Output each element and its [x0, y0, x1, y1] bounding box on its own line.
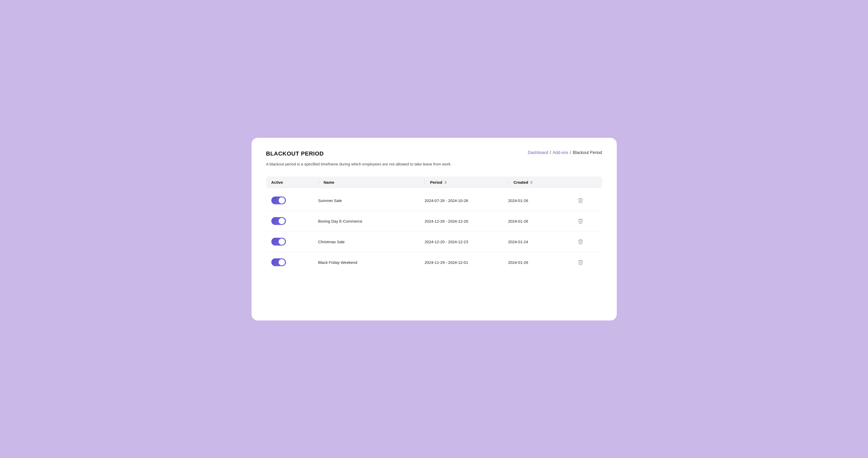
- cell-created-3: 2024-01-24: [508, 240, 576, 244]
- delete-button-1[interactable]: [576, 196, 585, 205]
- cell-actions-3: [576, 237, 597, 246]
- trash-icon-2: [578, 218, 583, 224]
- breadcrumb-separator-2: /: [570, 150, 572, 155]
- header-active: Active: [271, 180, 318, 184]
- toggle-4[interactable]: [271, 258, 286, 266]
- cell-name-3: Christmas Sale: [318, 240, 425, 244]
- delete-button-2[interactable]: [576, 217, 585, 225]
- breadcrumb-dashboard[interactable]: Dashboard: [528, 150, 548, 155]
- toggle-slider-2: [271, 217, 286, 225]
- cell-active-4: [271, 258, 318, 266]
- cell-active-3: [271, 238, 318, 246]
- table-body: Summer Sale 2024-07-26 - 2024-10-26 2024…: [266, 190, 602, 272]
- cell-period-3: 2024-12-20 - 2024-12-23: [425, 240, 508, 244]
- cell-period-4: 2024-11-29 - 2024-12-01: [425, 260, 508, 265]
- toggle-slider-4: [271, 258, 286, 266]
- created-sort-down: [530, 183, 533, 184]
- page-title-section: BLACKOUT PERIOD: [266, 150, 324, 157]
- delete-button-3[interactable]: [576, 237, 585, 246]
- header-section: BLACKOUT PERIOD Dashboard / Add-ons / Bl…: [266, 150, 602, 157]
- page-title: BLACKOUT PERIOD: [266, 150, 324, 157]
- breadcrumb-current: Blackout Period: [573, 150, 602, 155]
- cell-name-1: Summer Sale: [318, 199, 425, 203]
- header-name: Name: [318, 180, 425, 184]
- toggle-slider-1: [271, 196, 286, 204]
- table-row: Christmas Sale 2024-12-20 - 2024-12-23 2…: [266, 232, 602, 252]
- toggle-2[interactable]: [271, 217, 286, 225]
- breadcrumb-separator-1: /: [550, 150, 552, 155]
- table-row: Black Friday Weekend 2024-11-29 - 2024-1…: [266, 252, 602, 272]
- main-card: BLACKOUT PERIOD Dashboard / Add-ons / Bl…: [251, 138, 617, 320]
- cell-period-1: 2024-07-26 - 2024-10-26: [425, 199, 508, 203]
- created-sort-icon[interactable]: [530, 181, 533, 184]
- table-row: Boxing Day E-Commerce 2024-12-26 - 2024-…: [266, 211, 602, 232]
- trash-icon-4: [578, 259, 583, 265]
- toggle-slider-3: [271, 238, 286, 246]
- period-sort-icon[interactable]: [444, 181, 447, 184]
- cell-name-4: Black Friday Weekend: [318, 260, 425, 265]
- table-header: Active Name Period Created: [266, 176, 602, 188]
- breadcrumb-addons[interactable]: Add-ons: [553, 150, 568, 155]
- period-sort-down: [444, 183, 447, 184]
- header-created[interactable]: Created: [508, 180, 576, 184]
- cell-created-1: 2024-01-26: [508, 199, 576, 203]
- trash-icon-1: [578, 197, 583, 203]
- page-description: A blackout period is a specified timefra…: [266, 161, 602, 167]
- cell-actions-4: [576, 258, 597, 267]
- breadcrumb: Dashboard / Add-ons / Blackout Period: [528, 150, 602, 155]
- cell-actions-1: [576, 196, 597, 205]
- cell-created-4: 2024-01-26: [508, 260, 576, 265]
- cell-period-2: 2024-12-26 - 2024-12-26: [425, 219, 508, 223]
- cell-active-1: [271, 196, 318, 204]
- created-sort-up: [530, 181, 533, 182]
- table-row: Summer Sale 2024-07-26 - 2024-10-26 2024…: [266, 190, 602, 211]
- cell-actions-2: [576, 217, 597, 225]
- cell-name-2: Boxing Day E-Commerce: [318, 219, 425, 223]
- cell-active-2: [271, 217, 318, 225]
- toggle-3[interactable]: [271, 238, 286, 246]
- period-sort-up: [444, 181, 447, 182]
- toggle-1[interactable]: [271, 196, 286, 204]
- header-period[interactable]: Period: [425, 180, 508, 184]
- delete-button-4[interactable]: [576, 258, 585, 267]
- cell-created-2: 2024-01-26: [508, 219, 576, 223]
- table-container: Active Name Period Created: [266, 176, 602, 272]
- trash-icon-3: [578, 239, 583, 245]
